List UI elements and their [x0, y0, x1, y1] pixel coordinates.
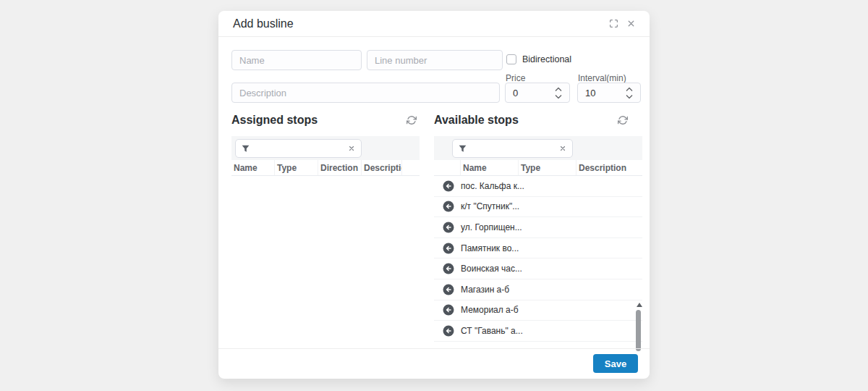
- available-stop-row[interactable]: Памятник во...: [434, 238, 642, 259]
- fullscreen-icon[interactable]: [606, 17, 621, 31]
- bidirectional-label: Bidirectional: [522, 54, 571, 64]
- modal-footer: Save: [218, 348, 650, 379]
- available-stop-row[interactable]: пос. Кальфа к...: [434, 176, 642, 197]
- stop-name: Воинская час...: [461, 264, 522, 274]
- stop-name: СТ "Гавань" а...: [461, 326, 523, 336]
- add-busline-modal: Add busline Bidirectional Price Interval…: [218, 11, 650, 379]
- stop-name: Магазин а-б: [461, 285, 509, 295]
- available-stop-row[interactable]: к/т "Спутник"...: [434, 197, 642, 218]
- assigned-table-header: Name Type Direction Description: [231, 160, 420, 176]
- add-stop-button[interactable]: [443, 325, 454, 337]
- assigned-filter-input[interactable]: [254, 143, 344, 154]
- available-stop-row[interactable]: Магазин а-б: [434, 279, 642, 300]
- scrollbar-thumb[interactable]: [636, 310, 641, 351]
- assigned-refresh-icon[interactable]: [406, 114, 417, 126]
- add-stop-button[interactable]: [443, 243, 454, 254]
- save-button[interactable]: Save: [593, 354, 638, 373]
- assigned-col-actions: [402, 160, 420, 175]
- description-input[interactable]: [231, 83, 500, 103]
- available-table-header: Name Type Description: [434, 160, 642, 176]
- assigned-filter-clear-icon[interactable]: [348, 145, 355, 152]
- price-label: Price: [506, 73, 525, 83]
- available-filter-clear-icon[interactable]: [559, 145, 566, 152]
- available-stop-row[interactable]: Воинская час...: [434, 258, 642, 279]
- available-col-add: [434, 160, 461, 175]
- stop-name: Памятник во...: [461, 243, 519, 253]
- available-col-description: Description: [576, 160, 639, 175]
- assigned-col-name: Name: [231, 160, 275, 175]
- interval-spinner: [577, 83, 641, 103]
- add-stop-button[interactable]: [443, 180, 454, 192]
- available-stop-row[interactable]: СТ "Гавань" а...: [434, 321, 642, 342]
- interval-spinner-buttons: [625, 87, 634, 99]
- assigned-col-type: Type: [275, 160, 318, 175]
- modal-title: Add busline: [233, 17, 603, 30]
- stop-name: Мемориал а-б: [461, 305, 519, 315]
- price-spinner: [505, 83, 570, 103]
- scroll-up-icon[interactable]: [637, 303, 642, 307]
- available-stops-list: пос. Кальфа к... к/т "Спутник"... ул. Го…: [434, 176, 642, 342]
- bidirectional-checkbox-wrap[interactable]: Bidirectional: [506, 54, 571, 64]
- modal-header: Add busline: [218, 11, 650, 37]
- close-icon[interactable]: [624, 17, 638, 31]
- add-stop-button[interactable]: [443, 263, 454, 274]
- available-stops-title: Available stops: [434, 114, 519, 127]
- available-col-name: Name: [461, 160, 519, 175]
- interval-label: Interval(min): [578, 73, 626, 83]
- assigned-stops-title: Assigned stops: [231, 114, 318, 127]
- name-input[interactable]: [231, 50, 362, 70]
- filter-funnel-icon: [242, 145, 250, 153]
- price-spinner-buttons: [554, 87, 563, 99]
- available-stop-row[interactable]: Мемориал а-б: [434, 300, 642, 321]
- assigned-col-description: Description: [362, 160, 402, 175]
- assigned-col-direction: Direction: [318, 160, 362, 175]
- available-filter-box[interactable]: [452, 139, 573, 158]
- assigned-stops-panel: Name Type Direction Description: [231, 136, 420, 176]
- available-col-type: Type: [519, 160, 576, 175]
- add-stop-button[interactable]: [443, 284, 454, 295]
- stop-name: к/т "Спутник"...: [461, 201, 519, 211]
- available-refresh-icon[interactable]: [617, 114, 629, 126]
- add-stop-button[interactable]: [443, 222, 454, 233]
- interval-increment-button[interactable]: [625, 87, 634, 92]
- assigned-filter-row: [231, 136, 420, 160]
- available-filter-row: [434, 136, 642, 160]
- assigned-filter-box[interactable]: [235, 139, 362, 158]
- page-background: Add busline Bidirectional Price Interval…: [0, 0, 868, 391]
- price-decrement-button[interactable]: [554, 94, 563, 99]
- filter-funnel-icon: [459, 145, 467, 153]
- available-stops-panel: Name Type Description пос. Кальфа к... к…: [434, 136, 642, 342]
- add-stop-button[interactable]: [443, 304, 454, 316]
- interval-decrement-button[interactable]: [625, 94, 634, 99]
- stop-name: ул. Горпищен...: [461, 222, 522, 232]
- add-stop-button[interactable]: [443, 201, 454, 212]
- price-increment-button[interactable]: [554, 87, 563, 92]
- bidirectional-checkbox[interactable]: [506, 54, 516, 64]
- line-number-input[interactable]: [367, 50, 503, 70]
- available-stop-row[interactable]: ул. Горпищен...: [434, 217, 642, 238]
- stop-name: пос. Кальфа к...: [461, 181, 524, 191]
- available-filter-input[interactable]: [471, 143, 555, 154]
